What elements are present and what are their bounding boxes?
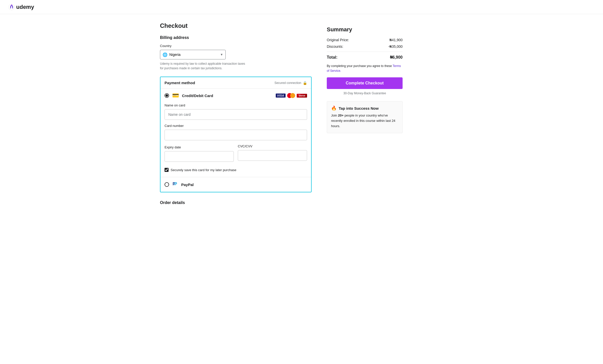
order-details-title: Order details <box>160 200 312 205</box>
terms-text: By completing your purchase you agree to… <box>327 64 403 73</box>
save-card-label: Securely save this card for my later pur… <box>171 168 236 172</box>
site-header: udemy <box>0 0 603 14</box>
page-title: Checkout <box>160 22 312 29</box>
expiry-cvc-row: Expiry date CVC/CVV <box>165 144 307 166</box>
paypal-label: PayPal <box>181 183 194 187</box>
credit-card-icon: 💳 <box>172 92 179 99</box>
secured-connection-label: Secured connection 🔒 <box>274 81 307 85</box>
payment-method-header: Payment method Secured connection 🔒 <box>160 77 311 88</box>
secured-text: Secured connection <box>274 81 301 85</box>
credit-card-label: Credit/Debit Card <box>182 94 273 98</box>
lock-icon: 🔒 <box>303 81 307 85</box>
card-number-field: Card number <box>165 124 307 140</box>
left-column: Checkout Billing address Country 🌐 Niger… <box>160 22 312 209</box>
original-price-label: Original Price: <box>327 38 349 42</box>
original-price-row: Original Price: ₦41,900 <box>327 38 403 42</box>
summary-box: Summary Original Price: ₦41,900 Discount… <box>327 22 403 137</box>
cvc-input[interactable] <box>238 150 307 161</box>
cvc-field: CVC/CVV <box>238 144 307 162</box>
billing-title: Billing address <box>160 35 312 40</box>
summary-title: Summary <box>327 26 403 33</box>
money-back-guarantee: 30-Day Money-Back Guarantee <box>327 92 403 95</box>
total-label: Total: <box>327 55 337 60</box>
tax-note: Udemy is required by law to collect appl… <box>160 61 246 71</box>
save-card-row: Securely save this card for my later pur… <box>165 166 307 173</box>
order-details-section: Order details <box>160 200 312 205</box>
promo-title-text: Tap into Success Now <box>339 106 379 110</box>
complete-checkout-button[interactable]: Complete Checkout <box>327 77 403 89</box>
discounts-row: Discounts: -₦35,000 <box>327 44 403 49</box>
paypal-option[interactable]: P P PayPal <box>160 177 311 192</box>
main-content: Checkout Billing address Country 🌐 Niger… <box>150 14 453 217</box>
total-row: Total: ₦6,900 <box>327 55 403 60</box>
udemy-logo[interactable]: udemy <box>8 4 34 11</box>
promo-box: 🔥 Tap into Success Now Join 20+ people i… <box>327 101 403 133</box>
card-number-input[interactable] <box>165 130 307 140</box>
paypal-radio[interactable] <box>165 182 169 187</box>
verve-logo: Verve <box>297 94 307 98</box>
promo-bold: 20+ <box>338 113 343 117</box>
card-number-label: Card number <box>165 124 307 128</box>
summary-divider <box>327 52 403 52</box>
right-column: Summary Original Price: ₦41,900 Discount… <box>327 22 403 209</box>
credit-card-radio[interactable] <box>165 93 169 98</box>
fire-icon: 🔥 <box>331 105 337 111</box>
discounts-label: Discounts: <box>327 44 343 49</box>
payment-method-title: Payment method <box>165 81 195 85</box>
visa-logo: VISA <box>276 94 286 98</box>
promo-title: 🔥 Tap into Success Now <box>331 105 398 111</box>
card-form: Name on card Card number Expiry date <box>160 103 311 177</box>
country-select[interactable]: Nigeria United States United Kingdom Ind… <box>160 50 226 59</box>
mastercard-logo <box>287 93 295 98</box>
paypal-icon: P P <box>172 181 178 188</box>
original-price-value: ₦41,900 <box>389 38 403 42</box>
payment-section: Payment method Secured connection 🔒 💳 Cr… <box>160 77 312 192</box>
name-on-card-label: Name on card <box>165 103 307 107</box>
country-field: Country 🌐 Nigeria United States United K… <box>160 44 312 71</box>
country-label: Country <box>160 44 312 48</box>
billing-section: Billing address Country 🌐 Nigeria United… <box>160 35 312 71</box>
name-on-card-field: Name on card <box>165 103 307 120</box>
cvc-label: CVC/CVV <box>238 144 307 148</box>
expiry-label: Expiry date <box>165 145 234 149</box>
logo-text: udemy <box>16 4 34 10</box>
name-on-card-input[interactable] <box>165 109 307 120</box>
save-card-checkbox[interactable] <box>165 168 169 172</box>
promo-text: Join 20+ people in your country who've r… <box>331 113 398 129</box>
credit-card-option[interactable]: 💳 Credit/Debit Card VISA Verve <box>160 88 311 102</box>
card-logos: VISA Verve <box>276 93 307 98</box>
svg-text:P: P <box>174 182 177 186</box>
expiry-input[interactable] <box>165 151 234 162</box>
terms-prefix: By completing your purchase you agree to… <box>327 64 393 68</box>
country-selector-wrapper[interactable]: 🌐 Nigeria United States United Kingdom I… <box>160 50 226 59</box>
discounts-value: -₦35,000 <box>388 44 403 49</box>
total-value: ₦6,900 <box>390 55 403 60</box>
payment-method-box: Payment method Secured connection 🔒 💳 Cr… <box>160 77 312 192</box>
expiry-field: Expiry date <box>165 145 234 162</box>
promo-prefix: Join <box>331 113 338 117</box>
